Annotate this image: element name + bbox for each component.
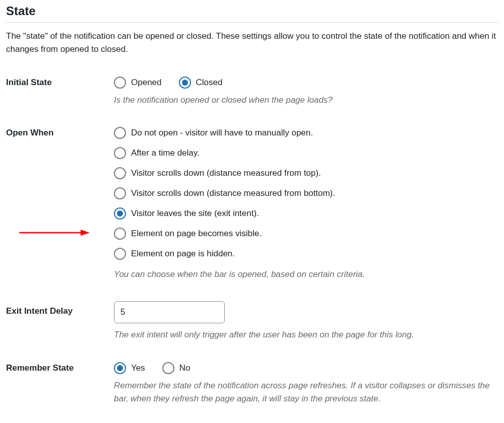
- field-label-open-when: Open When: [6, 127, 114, 138]
- helper-open-when: You can choose when the bar is opened, b…: [114, 268, 498, 281]
- radio-label-open-when-6[interactable]: Element on page is hidden.: [131, 249, 235, 259]
- field-initial-state: Initial State Opened Closed Is the notif…: [6, 77, 498, 107]
- field-label-remember-state: Remember State: [6, 362, 114, 373]
- radio-open-when-6[interactable]: [114, 248, 126, 260]
- section-rule: [6, 22, 498, 23]
- radio-remember-state-yes[interactable]: [114, 362, 126, 374]
- radio-open-when-5[interactable]: [114, 228, 126, 240]
- radio-open-when-2[interactable]: [114, 167, 126, 179]
- radio-label-open-when-5[interactable]: Element on page becomes visible.: [131, 229, 262, 239]
- field-label-exit-intent-delay: Exit Intent Delay: [6, 301, 114, 316]
- radio-label-open-when-4[interactable]: Visitor leaves the site (exit intent).: [131, 208, 259, 219]
- section-description: The "state" of the notification can be o…: [6, 30, 498, 56]
- radio-open-when-3[interactable]: [114, 187, 126, 199]
- radio-label-open-when-1[interactable]: After a time delay.: [131, 148, 200, 158]
- radio-open-when-4[interactable]: [114, 207, 126, 220]
- radio-open-when-0[interactable]: [114, 127, 126, 139]
- radio-initial-state-opened[interactable]: [114, 77, 126, 89]
- radio-label-opened[interactable]: Opened: [131, 78, 162, 88]
- section-title: State: [6, 4, 498, 18]
- helper-exit-intent-delay: The exit intent will only trigger after …: [114, 328, 498, 341]
- radio-label-yes[interactable]: Yes: [131, 363, 145, 373]
- helper-initial-state: Is the notification opened or closed whe…: [114, 94, 498, 107]
- radio-label-open-when-3[interactable]: Visitor scrolls down (distance measured …: [131, 188, 335, 198]
- exit-intent-delay-input[interactable]: [114, 301, 225, 323]
- radio-initial-state-closed[interactable]: [179, 77, 191, 89]
- field-exit-intent-delay: Exit Intent Delay The exit intent will o…: [6, 301, 498, 341]
- radio-label-closed[interactable]: Closed: [196, 78, 223, 88]
- radio-label-open-when-0[interactable]: Do not open - visitor will have to manua…: [131, 128, 313, 138]
- radio-label-open-when-2[interactable]: Visitor scrolls down (distance measured …: [131, 168, 321, 178]
- radio-remember-state-no[interactable]: [162, 362, 174, 374]
- field-remember-state: Remember State Yes No Remember the state…: [6, 362, 498, 406]
- field-label-initial-state: Initial State: [6, 77, 114, 88]
- field-open-when: Open When Do not open - visitor will hav…: [6, 127, 498, 281]
- radio-label-no[interactable]: No: [179, 363, 191, 373]
- helper-remember-state: Remember the state of the notification a…: [114, 379, 498, 406]
- radio-open-when-1[interactable]: [114, 147, 126, 159]
